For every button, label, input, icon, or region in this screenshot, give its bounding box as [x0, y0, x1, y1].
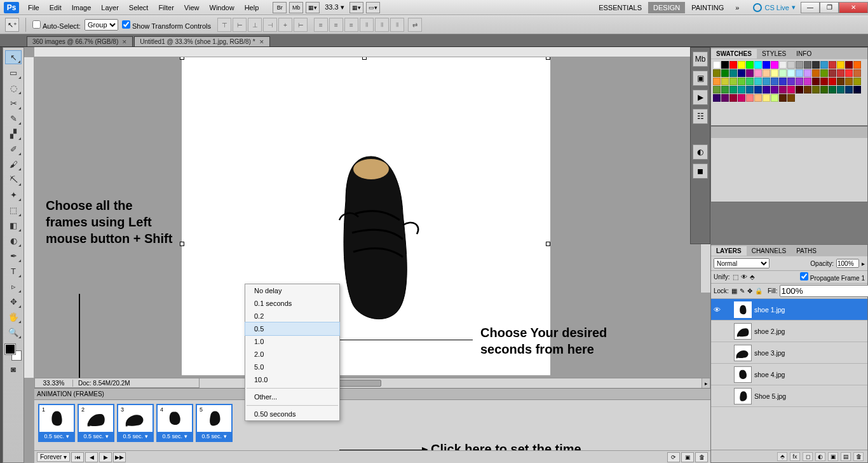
- swatch[interactable]: [779, 94, 787, 102]
- swatch[interactable]: [845, 78, 853, 85]
- swatch[interactable]: [729, 94, 737, 102]
- swatch[interactable]: [796, 86, 803, 93]
- swatch[interactable]: [713, 61, 721, 69]
- swatch[interactable]: [796, 69, 803, 77]
- tab-layers[interactable]: LAYERS: [711, 246, 747, 256]
- animation-frame[interactable]: 10.5 sec. ▾: [38, 404, 75, 442]
- swatch[interactable]: [820, 69, 828, 77]
- swatch[interactable]: [837, 69, 844, 77]
- swatch[interactable]: [754, 86, 762, 93]
- dock-history-icon[interactable]: ▣: [693, 71, 708, 86]
- close-tab-icon[interactable]: ✕: [259, 39, 264, 45]
- align-hcenter-icon[interactable]: +: [278, 18, 292, 32]
- menu-select[interactable]: Select: [124, 4, 154, 11]
- swatch[interactable]: [779, 61, 787, 69]
- workspace-essentials[interactable]: ESSENTIALS: [593, 2, 647, 13]
- swatch[interactable]: [820, 86, 828, 93]
- swatch[interactable]: [845, 86, 853, 93]
- swatch[interactable]: [746, 86, 754, 93]
- maximize-button[interactable]: ❐: [820, 2, 839, 13]
- swatch[interactable]: [787, 69, 795, 77]
- menu-view[interactable]: View: [179, 4, 205, 11]
- swatch[interactable]: [837, 61, 844, 69]
- tool-button-11[interactable]: ◧: [5, 218, 22, 232]
- layer-thumbnail[interactable]: [734, 323, 752, 340]
- swatch[interactable]: [812, 69, 820, 77]
- layer-row[interactable]: 👁shoe 1.jpg: [711, 299, 867, 321]
- delay-option[interactable]: 0.1 seconds: [245, 297, 339, 310]
- swatch[interactable]: [796, 78, 803, 85]
- delay-option[interactable]: 1.0: [245, 335, 339, 348]
- dist-bottom-icon[interactable]: ≡: [344, 18, 358, 32]
- swatch[interactable]: [729, 78, 737, 85]
- next-frame-button[interactable]: ▶▶: [113, 452, 126, 462]
- delay-option[interactable]: 0.5: [245, 322, 340, 336]
- swatch[interactable]: [746, 94, 754, 102]
- frame-time[interactable]: 0.5 sec. ▾: [118, 432, 153, 441]
- swatch[interactable]: [763, 61, 770, 69]
- doc-tab-1[interactable]: Untitled1 @ 33.3% (shoe 1.jpg, RGB/8) *✕: [134, 36, 269, 46]
- loop-selector[interactable]: Forever ▾: [37, 452, 70, 462]
- swatch[interactable]: [763, 94, 770, 102]
- swatch[interactable]: [787, 94, 795, 102]
- frame-time[interactable]: 0.5 sec. ▾: [79, 432, 113, 441]
- swatch[interactable]: [779, 78, 787, 85]
- swatch[interactable]: [812, 78, 820, 85]
- swatch[interactable]: [746, 61, 754, 69]
- swatch[interactable]: [713, 86, 721, 93]
- transform-handle[interactable]: [546, 242, 550, 246]
- swatch[interactable]: [853, 61, 861, 69]
- auto-select-mode[interactable]: Group: [85, 19, 118, 31]
- swatch[interactable]: [746, 69, 754, 77]
- status-doc-size[interactable]: Doc: 8.54M/20.2M: [73, 380, 130, 387]
- lock-pixels-icon[interactable]: ✎: [740, 287, 745, 294]
- minibridge-button[interactable]: Mb: [289, 2, 303, 13]
- opacity-flyout-icon[interactable]: ▸: [862, 260, 865, 267]
- view-extras-button[interactable]: ▦▾: [306, 2, 320, 13]
- blend-mode-select[interactable]: Normal: [714, 258, 770, 268]
- swatch[interactable]: [738, 78, 745, 85]
- tool-button-12[interactable]: ◐: [5, 233, 22, 247]
- layer-thumbnail[interactable]: [734, 366, 752, 383]
- swatch[interactable]: [713, 94, 721, 102]
- swatch[interactable]: [820, 61, 828, 69]
- align-vcenter-icon[interactable]: ⊢: [233, 18, 247, 32]
- swatch[interactable]: [804, 61, 811, 69]
- menu-filter[interactable]: Filter: [153, 4, 179, 11]
- delay-option[interactable]: 10.0: [245, 373, 339, 386]
- align-left-icon[interactable]: ⊣: [263, 18, 277, 32]
- tool-button-4[interactable]: ✎: [5, 111, 22, 125]
- transform-handle[interactable]: [180, 57, 184, 60]
- tool-button-3[interactable]: ✂: [5, 96, 22, 110]
- layer-mask-icon[interactable]: ◻: [803, 452, 813, 461]
- frame-time[interactable]: 0.5 sec. ▾: [158, 432, 192, 441]
- delay-other[interactable]: Other...: [245, 390, 339, 403]
- dist-top-icon[interactable]: ≡: [314, 18, 328, 32]
- delay-current[interactable]: 0.50 seconds: [245, 408, 339, 420]
- quickmask-button[interactable]: ◙: [5, 362, 22, 376]
- current-tool-icon[interactable]: ↖⁺: [5, 18, 19, 32]
- prev-frame-button[interactable]: ◀: [85, 452, 98, 462]
- transform-handle[interactable]: [546, 57, 550, 60]
- swatch[interactable]: [771, 69, 778, 77]
- layer-thumbnail[interactable]: [734, 345, 752, 361]
- menu-image[interactable]: Image: [67, 4, 97, 11]
- swatch[interactable]: [829, 61, 836, 69]
- tab-styles[interactable]: STYLES: [757, 49, 791, 59]
- swatch[interactable]: [721, 78, 729, 85]
- swatch[interactable]: [738, 86, 745, 93]
- swatch[interactable]: [845, 61, 853, 69]
- lock-all-icon[interactable]: 🔒: [755, 287, 763, 294]
- swatch[interactable]: [771, 78, 778, 85]
- swatch[interactable]: [853, 78, 861, 85]
- swatch[interactable]: [812, 86, 820, 93]
- dist-vcenter-icon[interactable]: ≡: [329, 18, 343, 32]
- align-bottom-icon[interactable]: ⊥: [248, 18, 262, 32]
- align-top-icon[interactable]: ⊤: [217, 18, 231, 32]
- auto-align-icon[interactable]: ⇄: [408, 18, 422, 32]
- swatch[interactable]: [771, 86, 778, 93]
- swatch[interactable]: [804, 69, 811, 77]
- screen-mode-button[interactable]: ▭▾: [366, 2, 380, 13]
- swatch[interactable]: [754, 61, 762, 69]
- tool-button-14[interactable]: T: [5, 264, 22, 278]
